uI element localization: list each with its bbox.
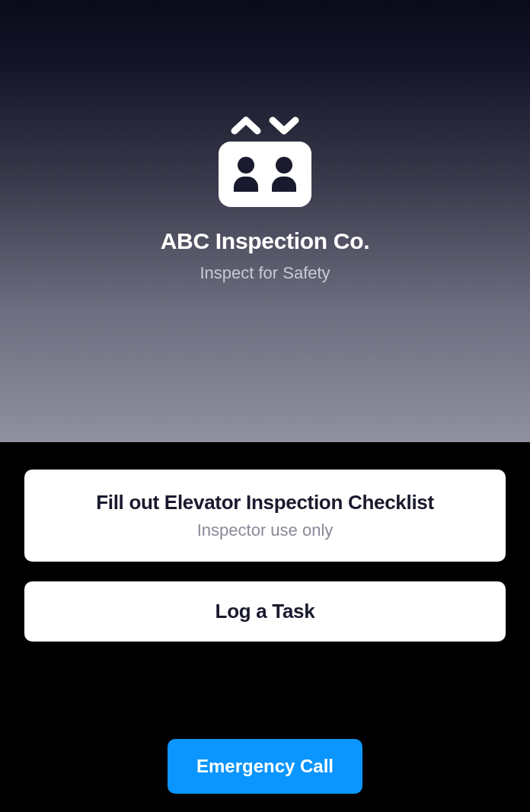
elevator-arrows — [230, 114, 300, 135]
checklist-title: Fill out Elevator Inspection Checklist — [40, 491, 490, 514]
person-icon — [234, 157, 258, 192]
person-icon — [272, 157, 296, 192]
elevator-icon — [219, 142, 311, 207]
log-task-title: Log a Task — [40, 600, 490, 623]
arrow-down-icon — [268, 114, 300, 135]
checklist-button[interactable]: Fill out Elevator Inspection Checklist I… — [24, 470, 506, 562]
emergency-call-button[interactable]: Emergency Call — [168, 739, 362, 794]
tagline: Inspect for Safety — [200, 263, 330, 283]
emergency-container: Emergency Call — [0, 739, 530, 794]
actions-section: Fill out Elevator Inspection Checklist I… — [0, 442, 530, 642]
arrow-up-icon — [230, 114, 262, 135]
company-name: ABC Inspection Co. — [161, 228, 370, 254]
log-task-button[interactable]: Log a Task — [24, 581, 506, 642]
checklist-subtitle: Inspector use only — [40, 521, 490, 540]
hero-section: ABC Inspection Co. Inspect for Safety — [0, 0, 530, 442]
logo-container: ABC Inspection Co. Inspect for Safety — [161, 114, 370, 283]
